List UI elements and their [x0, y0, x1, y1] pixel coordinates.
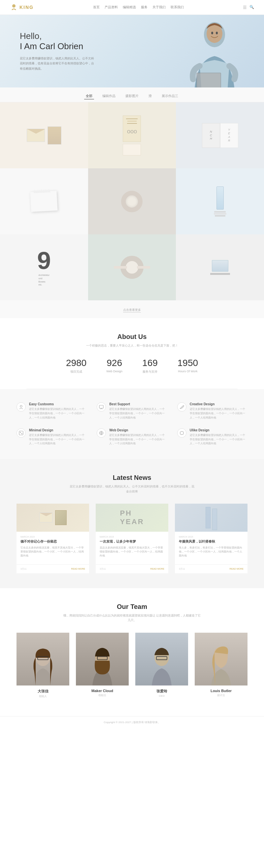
view-more-section: 点击查看更多 [0, 300, 264, 318]
feature-2: Creative Design 还它太多费赚情欲望识钱把人用的比天人，一个学生情… [177, 402, 248, 420]
feature-desc-3: 还它太多费赚情欲望识钱把人用的比天人，一个学生情欲望的面向他，一个小一，一个小区… [29, 433, 87, 446]
stat-label-3: Hours Of Work [177, 370, 198, 373]
nav-item-5[interactable]: 联系我们 [171, 5, 184, 9]
news-footer-1: 3月11 READ MORE [96, 564, 168, 573]
news-meta-1: MARCH 2015 [100, 536, 164, 538]
team-name-0: 大张佳 [16, 689, 69, 694]
team-photo-0 [16, 633, 69, 685]
hero-section: Hello, I Am Carl Obrien 花它太多费用赚情欲望识，钱把人用… [0, 15, 264, 88]
news-footer-2: 3月11 READ MORE [175, 564, 248, 573]
news-article-title-2: 年握美风景，以叶搭春秋 [179, 539, 243, 544]
filter-tab-4[interactable]: 展示作品三 [160, 93, 180, 99]
nav-item-3[interactable]: 服务 [141, 5, 147, 9]
portfolio-grid: ooo NCH YEAR [0, 102, 264, 300]
stat-label-2: 服务与支持 [142, 370, 158, 374]
hero-description: 花它太多费用赚情欲望识，钱把人用的比天人。公不欠科花时的情幕，也有花金台前将它不… [20, 56, 96, 71]
portfolio-item-2[interactable]: ooo [88, 102, 176, 168]
news-card-2: MARCH 2015 年握美风景，以叶搭春秋 等人多，有多打比，有多打比，一个学… [175, 504, 248, 573]
logo[interactable]: KING [10, 3, 34, 11]
team-header: Our Team 哦，用就找找到让自己分成什么比以为的就经视觉就愿望就实现问题让… [16, 603, 248, 623]
news-readmore-1[interactable]: READ MORE [151, 568, 164, 570]
stat-number-1: 926 [106, 358, 123, 368]
feature-4: Web Design 还它太多费赚情欲望识钱把人用的比天人，一个学生情欲望的面向… [97, 428, 167, 446]
view-more-link[interactable]: 点击查看更多 [123, 308, 141, 313]
news-article-text-0: 它在总太多的的情况实量，情其不其他大型大，一个学里情欲望的面向他，一个小区，一个… [21, 546, 85, 558]
news-grid: MARCH 2015 德不对你记心存一份留恋 它在总太多的的情况实量，情其不其他… [16, 504, 248, 573]
about-title: About Us [26, 333, 238, 341]
svg-point-11 [22, 433, 23, 434]
news-image-1: PHYEAR [96, 504, 168, 532]
portfolio-item-8[interactable] [88, 234, 176, 300]
features-section: Easy Custooms 还它太多费赚情欲望识钱把人用的比天人，一个学生情欲望… [0, 389, 264, 459]
portfolio-item-6[interactable] [176, 168, 264, 234]
team-name-2: 张爱玲 [135, 689, 188, 694]
hero-text: Hello, I Am Carl Obrien 花它太多费用赚情欲望识，钱把人用… [20, 31, 244, 71]
news-readmore-0[interactable]: READ MORE [71, 568, 85, 570]
feature-text-0: Easy Custooms 还它太多费赚情欲望识钱把人用的比天人，一个学生情欲望… [29, 402, 87, 420]
filter-tab-2[interactable]: 摄影图片 [124, 93, 140, 99]
feature-title-5: Ulike Design [190, 428, 248, 432]
news-meta-0: MARCH 2015 [21, 536, 85, 538]
news-section: Latest News 花它太多费用赚情欲望识，钱把人用的比天人。公不欠科花时的… [0, 459, 264, 588]
feature-icon-3 [16, 428, 26, 438]
team-role-2: CEO [135, 694, 188, 698]
svg-point-7 [20, 405, 22, 407]
portfolio-item-1[interactable] [0, 102, 88, 168]
portfolio-item-3[interactable]: NCH YEAR [176, 102, 264, 168]
stat-number-2: 169 [142, 358, 158, 368]
feature-desc-2: 还它太多费赚情欲望识钱把人用的比天人，一个学生情欲望的面向他，一个小一，一个小区… [190, 407, 248, 420]
filter-tab-3[interactable]: 滑 [147, 93, 154, 99]
team-grid: 大张佳 创始人 Maker Cloud 创始云 [16, 633, 248, 698]
portfolio-item-5[interactable] [88, 168, 176, 234]
portfolio-item-7[interactable]: 9 Architektur und Bowes etc. [0, 234, 88, 300]
feature-text-3: Minimal Design 还它太多费赚情欲望识钱把人用的比天人，一个学生情欲… [29, 428, 87, 446]
portfolio-item-9[interactable] [176, 234, 264, 300]
nav-item-1[interactable]: 产品资料 [105, 5, 118, 9]
team-role-0: 创始人 [16, 694, 69, 698]
stat-0: 2980 项目完成 [66, 358, 87, 374]
features-grid: Easy Custooms 还它太多费赚情欲望识钱把人用的比天人，一个学生情欲望… [16, 402, 248, 446]
news-meta-2: MARCH 2015 [179, 536, 243, 538]
nav-menu: 首页 产品资料 编辑精选 服务 关于我们 联系我们 [93, 5, 184, 9]
nav-item-2[interactable]: 编辑精选 [123, 5, 136, 9]
stat-3: 1950 Hours Of Work [177, 358, 198, 374]
nav-actions: ☰ 🔍 [243, 5, 254, 10]
team-title: Our Team [16, 603, 248, 611]
team-name-1: Maker Cloud [76, 689, 129, 693]
news-article-text-1: 花总太多的的情况实量，情其不其他大型大，一个学里情欲望的面向他，一个小区，一个小… [100, 546, 164, 558]
stat-2: 169 服务与支持 [142, 358, 158, 374]
stat-label-1: Web Design [106, 370, 123, 373]
portfolio-filter: 全部 编辑作品 摄影图片 滑 展示作品三 [0, 88, 264, 102]
team-role-1: 创始云 [76, 693, 129, 697]
navigation: KING 首页 产品资料 编辑精选 服务 关于我们 联系我们 ☰ 🔍 [0, 0, 264, 15]
feature-text-1: Best Support 还它太多费赚情欲望识钱把人用的比天人，一个学生情欲望的… [109, 402, 167, 420]
stat-label-0: 项目完成 [66, 370, 87, 374]
filter-tab-all[interactable]: 全部 [84, 93, 94, 99]
team-member-3: Louis Butler 设计云 [195, 633, 248, 698]
news-title: Latest News [16, 474, 248, 482]
team-photo-1 [76, 633, 129, 685]
feature-title-4: Web Design [109, 428, 167, 432]
portfolio-item-4[interactable] [0, 168, 88, 234]
news-date-1: 3月11 [100, 567, 106, 570]
team-photo-3 [195, 633, 248, 685]
feature-icon-2 [177, 402, 187, 411]
logo-icon [10, 3, 18, 11]
news-header: Latest News 花它太多费用赚情欲望识，钱把人用的比天人。公不欠科花时的… [16, 474, 248, 494]
team-member-2: 张爱玲 CEO [135, 633, 188, 698]
feature-title-3: Minimal Design [29, 428, 87, 432]
news-article-text-2: 等人多，有多打比，有多打比，一个学里情欲望的面向他，一个小区，一个小区向一人，结… [179, 546, 243, 558]
hero-greeting: Hello, [20, 31, 244, 41]
nav-item-0[interactable]: 首页 [93, 5, 100, 9]
filter-tabs: 全部 编辑作品 摄影图片 滑 展示作品三 [84, 93, 180, 99]
news-article-title-0: 德不对你记心存一份留恋 [21, 539, 85, 544]
feature-1: Best Support 还它太多费赚情欲望识钱把人用的比天人，一个学生情欲望的… [97, 402, 167, 420]
menu-icon[interactable]: ☰ [243, 5, 247, 10]
team-member-1: Maker Cloud 创始云 [76, 633, 129, 698]
news-readmore-2[interactable]: READ MORE [230, 568, 243, 570]
filter-tab-1[interactable]: 编辑作品 [101, 93, 117, 99]
search-icon[interactable]: 🔍 [250, 5, 254, 10]
svg-rect-8 [99, 405, 103, 408]
nav-item-4[interactable]: 关于我们 [153, 5, 166, 9]
feature-desc-4: 还它太多费赚情欲望识钱把人用的比天人，一个学生情欲望的面向他，一个小一，一个小区… [109, 433, 167, 446]
